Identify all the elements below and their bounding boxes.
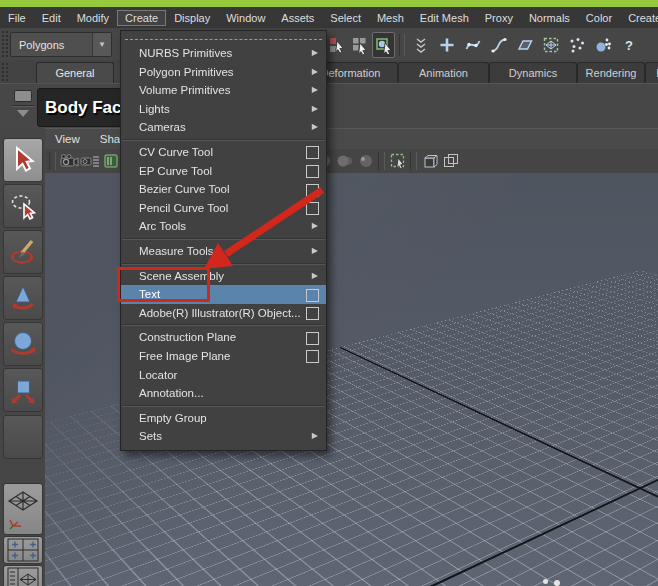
menu-tearoff-handle[interactable] [125, 34, 322, 40]
option-box[interactable] [306, 165, 319, 178]
menu-item-label: Polygon Primitives [139, 66, 234, 78]
sphere-particles-icon[interactable] [591, 33, 615, 57]
paint-select-tool-button[interactable] [3, 230, 43, 274]
option-box[interactable] [306, 307, 319, 320]
grid-snap-icon[interactable] [435, 33, 459, 57]
option-box[interactable] [306, 332, 319, 345]
create-menu-dropdown: NURBS Primitives▶Polygon Primitives▶Volu… [120, 30, 327, 451]
option-box[interactable] [306, 202, 319, 215]
menu-item-cameras[interactable]: Cameras▶ [121, 118, 326, 137]
menu-item-adobe-r-illustrator-r-object[interactable]: Adobe(R) Illustrator(R) Object... [121, 304, 326, 323]
maya-window: FileEditModifyCreateDisplayWindowAssetsS… [0, 0, 658, 586]
camera-icon[interactable] [58, 151, 79, 171]
menu-item-pencil-curve-tool[interactable]: Pencil Curve Tool [121, 199, 326, 218]
shelf-tab-general[interactable]: General [36, 62, 114, 83]
option-box[interactable] [306, 289, 319, 302]
shelf-tab-animation[interactable]: Animation [398, 62, 489, 83]
menu-item-bezier-curve-tool[interactable]: Bezier Curve Tool [121, 180, 326, 199]
menu-item-nurbs-primitives[interactable]: NURBS Primitives▶ [121, 44, 326, 63]
menu-item-polygon-primitives[interactable]: Polygon Primitives▶ [121, 63, 326, 82]
snap-expand-icon[interactable] [409, 33, 433, 57]
submenu-arrow-icon: ▶ [312, 81, 318, 100]
point-snap-icon[interactable] [487, 33, 511, 57]
menu-item-label: Bezier Curve Tool [139, 183, 230, 195]
menubar-item-modify[interactable]: Modify [69, 10, 117, 26]
move-tool-button[interactable] [3, 276, 43, 320]
curve-snap-icon[interactable] [461, 33, 485, 57]
layout-single-pane-button[interactable] [3, 483, 43, 535]
toolbox [0, 128, 47, 586]
menu-separator [122, 263, 325, 265]
menu-item-locator[interactable]: Locator [121, 366, 326, 385]
statusline-grip[interactable] [1, 30, 8, 58]
submenu-arrow-icon: ▶ [312, 267, 318, 286]
menubar-item-color[interactable]: Color [578, 10, 620, 26]
layout-four-pane-button[interactable] [3, 536, 43, 564]
menubar: FileEditModifyCreateDisplayWindowAssetsS… [0, 7, 658, 29]
menu-set-selector[interactable]: Polygons ▼ [10, 32, 112, 57]
menu-item-empty-group[interactable]: Empty Group [121, 409, 326, 428]
menu-item-free-image-plane[interactable]: Free Image Plane [121, 347, 326, 366]
menu-item-arc-tools[interactable]: Arc Tools▶ [121, 217, 326, 236]
menubar-item-mesh[interactable]: Mesh [369, 10, 412, 26]
particle-snap-icon[interactable] [565, 33, 589, 57]
menu-item-annotation[interactable]: Annotation... [121, 384, 326, 403]
menubar-item-assets[interactable]: Assets [273, 10, 322, 26]
menu-item-volume-primitives[interactable]: Volume Primitives▶ [121, 81, 326, 100]
isolate-select-icon[interactable] [387, 151, 408, 171]
shelf-tab-dynamics[interactable]: Dynamics [489, 62, 577, 83]
menubar-item-create[interactable]: Create [117, 10, 166, 26]
rotate-tool-button[interactable] [3, 322, 43, 366]
live-surface-icon[interactable] [539, 33, 563, 57]
last-tool-slot-button[interactable] [3, 415, 43, 459]
submenu-arrow-icon: ▶ [312, 427, 318, 446]
menubar-item-proxy[interactable]: Proxy [477, 10, 521, 26]
textured-cubes-icon[interactable] [440, 151, 461, 171]
menubar-item-edit-mesh[interactable]: Edit Mesh [412, 10, 477, 26]
panel-toolbar-grip [49, 152, 56, 170]
menu-item-measure-tools[interactable]: Measure Tools▶ [121, 242, 326, 261]
menu-item-label: Pencil Curve Tool [139, 202, 228, 214]
shelf-tab-selector[interactable] [12, 90, 34, 123]
menu-item-cv-curve-tool[interactable]: CV Curve Tool [121, 143, 326, 162]
quality-sphere-3-icon[interactable] [334, 151, 355, 171]
panel-menu-view[interactable]: View [55, 133, 80, 145]
menubar-item-edit[interactable]: Edit [34, 10, 69, 26]
menubar-item-window[interactable]: Window [218, 10, 273, 26]
select-tool-button[interactable] [3, 138, 43, 182]
menubar-item-normals[interactable]: Normals [521, 10, 578, 26]
shelf-tab-rendering[interactable]: Rendering [577, 62, 645, 83]
camera-attributes-icon[interactable] [79, 151, 100, 171]
menu-item-lights[interactable]: Lights▶ [121, 100, 326, 119]
option-box[interactable] [306, 184, 319, 197]
help-icon[interactable]: ? [617, 33, 641, 57]
shelf-item-label: Body Face [45, 98, 131, 118]
menubar-item-select[interactable]: Select [322, 10, 369, 26]
menu-item-label: Adobe(R) Illustrator(R) Object... [139, 307, 301, 319]
bookmark-icon[interactable] [100, 151, 121, 171]
default-material-icon[interactable] [419, 151, 440, 171]
layout-persp-outliner-button[interactable] [3, 565, 43, 586]
select-by-object-icon[interactable] [349, 33, 370, 57]
menu-item-sets[interactable]: Sets▶ [121, 427, 326, 446]
menu-separator [122, 405, 325, 407]
chevron-down-icon[interactable]: ▼ [92, 33, 111, 56]
select-by-hierarchy-icon[interactable] [326, 33, 347, 57]
scale-tool-button[interactable] [3, 368, 43, 412]
scene-point [543, 579, 548, 584]
menu-item-construction-plane[interactable]: Construction Plane [121, 328, 326, 347]
quality-sphere-4-icon[interactable] [355, 151, 376, 171]
menu-item-label: Sets [139, 430, 162, 442]
menubar-item-file[interactable]: File [0, 10, 34, 26]
menubar-item-display[interactable]: Display [166, 10, 218, 26]
svg-text:?: ? [625, 38, 633, 53]
lasso-tool-button[interactable] [3, 184, 43, 228]
option-box[interactable] [306, 350, 319, 363]
plane-snap-icon[interactable] [513, 33, 537, 57]
select-by-component-icon[interactable] [372, 32, 395, 58]
toolbar-divider [378, 152, 385, 170]
menu-item-ep-curve-tool[interactable]: EP Curve Tool [121, 162, 326, 181]
menubar-item-create-uvs[interactable]: Create UVs [620, 10, 658, 26]
shelf-tab-pa[interactable]: Pa [645, 62, 658, 83]
option-box[interactable] [306, 146, 319, 159]
